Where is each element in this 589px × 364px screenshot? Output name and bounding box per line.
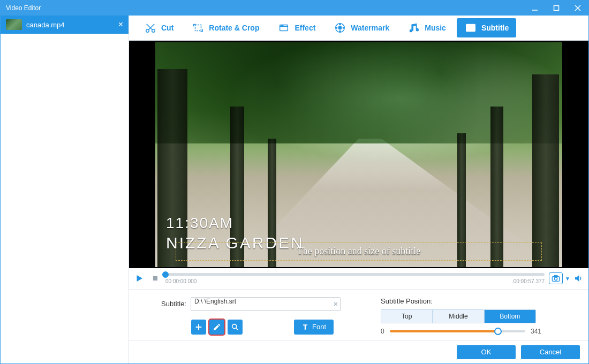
svg-text:T: T <box>471 28 473 31</box>
subtitle-path-label: Subtitle: <box>161 300 186 308</box>
stop-button[interactable] <box>149 272 161 284</box>
subtitle-path-input[interactable]: D:\ \English.srt × <box>191 297 341 311</box>
file-thumbnail <box>6 19 22 30</box>
svg-line-29 <box>236 328 238 330</box>
search-subtitle-button[interactable] <box>228 320 243 335</box>
file-name: canada.mp4 <box>26 21 114 29</box>
svg-rect-8 <box>195 25 201 31</box>
tool-watermark[interactable]: Watermark <box>326 18 397 37</box>
subtitle-guide-box[interactable]: The position and size of subtitle <box>176 242 542 261</box>
tool-effect[interactable]: Effect <box>270 18 323 37</box>
titlebar: Video Editor <box>1 1 588 16</box>
subtitle-path-value: D:\ \English.srt <box>194 298 236 305</box>
file-tab[interactable]: canada.mp4 × <box>1 16 129 34</box>
seek-thumb[interactable] <box>162 271 169 278</box>
svg-point-17 <box>339 31 341 32</box>
snapshot-button[interactable] <box>549 272 563 284</box>
svg-rect-1 <box>554 6 559 11</box>
close-file-icon[interactable]: × <box>118 20 123 29</box>
music-icon <box>407 21 420 34</box>
maximize-button[interactable] <box>546 1 567 16</box>
playbar: 00:00:00.000 00:00:57.377 ▼ <box>129 268 588 290</box>
tool-rotate-crop-label: Rotate & Crop <box>209 24 259 32</box>
add-subtitle-button[interactable] <box>191 320 206 335</box>
time-current: 00:00:00.000 <box>165 278 197 284</box>
window-title: Video Editor <box>1 4 524 12</box>
overlay-time: 11:30AM <box>166 215 304 232</box>
svg-point-11 <box>281 25 282 26</box>
svg-point-16 <box>343 27 344 28</box>
time-duration: 00:00:57.377 <box>514 278 545 284</box>
tool-subtitle[interactable]: T Subtitle <box>457 18 516 37</box>
ok-button[interactable]: OK <box>457 345 516 359</box>
app-window: Video Editor canada.mp4 × <box>0 0 589 364</box>
cancel-button[interactable]: Cancel <box>521 345 580 359</box>
minimize-button[interactable] <box>524 1 546 16</box>
watermark-icon <box>334 21 346 34</box>
seek-track[interactable] <box>165 273 545 276</box>
svg-point-12 <box>283 25 283 26</box>
tool-music[interactable]: Music <box>400 18 454 37</box>
svg-rect-22 <box>153 276 157 280</box>
position-middle[interactable]: Middle <box>433 310 484 323</box>
tool-music-label: Music <box>425 24 446 32</box>
tool-watermark-label: Watermark <box>351 24 389 32</box>
tool-rotate-crop[interactable]: Rotate & Crop <box>184 18 267 37</box>
position-bottom[interactable]: Bottom <box>485 310 535 323</box>
tool-cut[interactable]: Cut <box>137 18 181 37</box>
effect-icon <box>277 21 290 34</box>
seek-track-wrap: 00:00:00.000 00:00:57.377 <box>165 273 545 284</box>
position-slider[interactable] <box>390 330 525 332</box>
position-segmented: Top Middle Bottom <box>381 309 536 323</box>
edit-subtitle-button[interactable] <box>209 320 224 335</box>
subtitle-panel: Subtitle: D:\ \English.srt × <box>129 290 588 340</box>
close-window-button[interactable] <box>567 1 588 16</box>
subtitle-sample-text: The position and size of subtitle <box>297 246 420 257</box>
volume-button[interactable] <box>572 272 584 284</box>
svg-point-18 <box>336 27 337 28</box>
sidebar: canada.mp4 × <box>1 16 129 363</box>
video-frame[interactable]: 11:30AM NIZZA GARDEN The position and si… <box>155 42 562 267</box>
position-slider-knob[interactable] <box>494 328 502 335</box>
font-button-label: Font <box>312 323 326 331</box>
toolbar: Cut Rotate & Crop Effect <box>129 16 588 41</box>
slider-max: 341 <box>531 328 541 335</box>
rotate-crop-icon <box>192 21 205 34</box>
svg-point-24 <box>554 277 557 280</box>
tool-cut-label: Cut <box>161 24 173 32</box>
font-button[interactable]: Font <box>294 320 334 335</box>
preview-area: 11:30AM NIZZA GARDEN The position and si… <box>129 41 588 268</box>
tool-subtitle-label: Subtitle <box>481 24 509 32</box>
subtitle-position-label: Subtitle Position: <box>381 297 552 305</box>
play-button[interactable] <box>133 272 145 284</box>
svg-point-15 <box>339 24 341 25</box>
slider-min: 0 <box>381 328 384 335</box>
position-top[interactable]: Top <box>381 310 433 323</box>
footer: OK Cancel <box>129 340 588 363</box>
cut-icon <box>144 21 157 34</box>
snapshot-dropdown-icon[interactable]: ▼ <box>565 276 570 282</box>
tool-effect-label: Effect <box>294 24 315 32</box>
subtitle-icon: T <box>464 21 477 34</box>
clear-path-icon[interactable]: × <box>334 300 338 308</box>
svg-point-28 <box>232 324 237 328</box>
svg-point-14 <box>339 26 342 29</box>
